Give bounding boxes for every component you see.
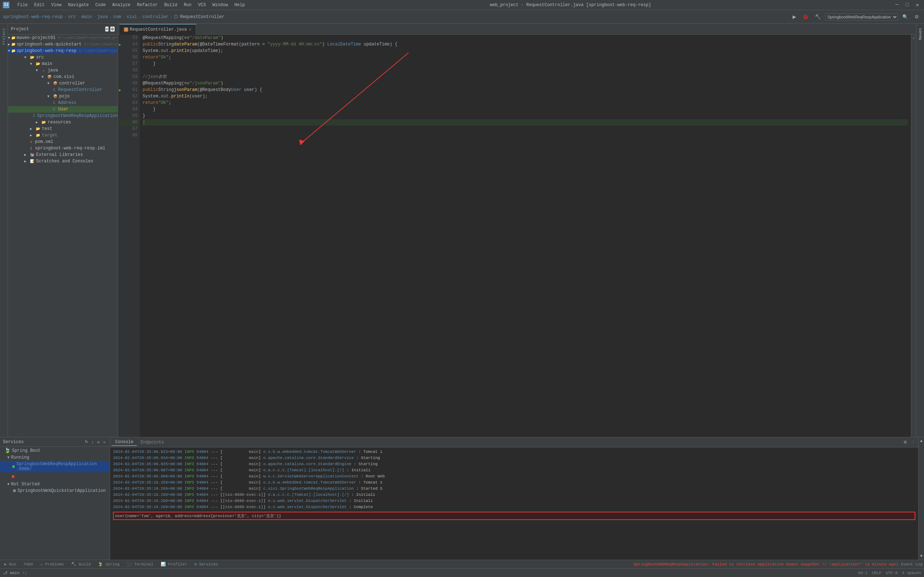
services-filter-button[interactable]: ≡ xyxy=(96,439,101,445)
breadcrumb-java[interactable]: java xyxy=(97,15,108,19)
tree-item-scratches[interactable]: ▶ 📝 Scratches and Consoles xyxy=(8,158,118,164)
scroll-up-button[interactable]: ▲ xyxy=(920,437,922,443)
settings-button[interactable]: ⚙ xyxy=(913,13,921,20)
tree-item-req-resp[interactable]: ▼ 📁 springboot-web-req-resp D:\code\Idea… xyxy=(8,48,118,54)
menu-window[interactable]: Window xyxy=(209,2,231,8)
menu-edit[interactable]: Edit xyxy=(31,2,48,8)
java-folder-icon: ☕ xyxy=(41,68,47,73)
menu-run[interactable]: Run xyxy=(181,2,195,8)
maximize-button[interactable]: □ xyxy=(903,1,911,9)
tree-item-spring-app[interactable]: C SpringbootWebReqRespApplication xyxy=(8,113,118,119)
menu-file[interactable]: File xyxy=(15,2,31,8)
svc-item-running[interactable]: ▼ Running xyxy=(0,454,110,461)
menu-build[interactable]: Build xyxy=(162,2,180,8)
expand-icon: ▶ xyxy=(34,119,40,125)
tab-close-button[interactable]: ✕ xyxy=(189,27,191,32)
bst-run[interactable]: ▶ Run xyxy=(2,561,19,567)
breadcrumb-file[interactable]: ⬡ RequestController xyxy=(174,14,225,19)
menu-view[interactable]: View xyxy=(48,2,65,8)
tree-item-pojo[interactable]: ▼ 📦 pojo xyxy=(8,93,118,100)
console-log-area[interactable]: 2024-02-04T20:35:09.923+08:00 INFO 54884… xyxy=(110,448,918,560)
close-button[interactable]: ✕ xyxy=(914,1,921,9)
tree-item-controller[interactable]: ▼ 📦 controller xyxy=(8,80,118,87)
tree-item-src[interactable]: ▼ 📂 src xyxy=(8,54,118,61)
svc-item-not-started[interactable]: ▼ Not Started xyxy=(0,481,110,487)
breadcrumb-com[interactable]: com xyxy=(113,15,121,19)
tree-item-target[interactable]: ▶ 📁 target xyxy=(8,132,118,139)
code-line-63: return "OK"; xyxy=(143,100,908,106)
tree-item-main[interactable]: ▼ 📂 main xyxy=(8,61,118,67)
breadcrumb-project[interactable]: springboot-web-req-resp xyxy=(3,15,63,19)
scroll-down-button[interactable]: ▼ xyxy=(920,554,922,560)
console-right-panel: ▲ ▼ xyxy=(918,437,924,560)
tree-item-iml[interactable]: i springboot-web-req-resp.iml xyxy=(8,145,118,152)
debug-button[interactable]: 🐞 xyxy=(801,13,811,20)
menu-navigate[interactable]: Navigate xyxy=(65,2,92,8)
run-config-select[interactable]: SpringbootWebReqRespApplication xyxy=(825,13,898,21)
console-more-button[interactable]: ⋮ xyxy=(910,439,917,445)
tree-item-com-xixi[interactable]: ▼ 📦 com.xixi xyxy=(8,74,118,80)
tree-item-quickstart[interactable]: ▶ 📁 springboot-web-quickstart D:\code\Id… xyxy=(8,41,118,48)
tree-item-resources[interactable]: ▶ 📂 resources xyxy=(8,119,118,126)
build-button[interactable]: 🔨 xyxy=(813,13,823,20)
minimize-button[interactable]: ─ xyxy=(893,1,901,9)
run-button[interactable]: ▶ xyxy=(790,13,798,20)
menu-vcs[interactable]: VCS xyxy=(195,2,209,8)
menu-analyze[interactable]: Analyze xyxy=(110,2,133,8)
bst-spring[interactable]: 🍃 Spring xyxy=(95,561,123,567)
svc-item-spring-boot[interactable]: 🍃 Spring Boot xyxy=(0,447,110,454)
log-line-1: 2024-02-04T20:35:09.934+08:00 INFO 54884… xyxy=(113,455,915,461)
tree-item-address[interactable]: C Address xyxy=(8,100,118,106)
git-branch[interactable]: ⎇ main xyxy=(3,571,19,575)
services-refresh-button[interactable]: ↻ xyxy=(83,439,90,445)
bst-profiler[interactable]: 📊 Profiler xyxy=(158,561,190,567)
bst-problems[interactable]: ⚠ Problems xyxy=(37,561,67,567)
project-settings-button[interactable]: ⚙ xyxy=(110,26,115,32)
breadcrumb-controller[interactable]: controller xyxy=(143,15,169,19)
vcs-icon: ↑↓ xyxy=(23,571,27,575)
tree-item-request-controller[interactable]: C RequestController xyxy=(8,87,118,93)
menu-help[interactable]: Help xyxy=(231,2,248,8)
services-add-button[interactable]: + xyxy=(102,439,107,445)
bst-services[interactable]: ⚙ Services xyxy=(191,561,221,567)
breadcrumb-main[interactable]: main xyxy=(82,15,92,19)
services-collapse-button[interactable]: ↕ xyxy=(90,439,95,445)
status-event-log[interactable]: Event Log xyxy=(901,562,922,567)
menu-refactor[interactable]: Refactor xyxy=(134,2,161,8)
console-tab-console[interactable]: Console xyxy=(111,439,137,446)
breadcrumb-xixi[interactable]: xixi xyxy=(127,15,137,19)
menu-code[interactable]: Code xyxy=(92,2,109,8)
bst-terminal[interactable]: ⬛ Terminal xyxy=(124,561,156,567)
tree-label: main xyxy=(42,61,52,66)
bst-todo[interactable]: TODO xyxy=(21,561,36,567)
console-tab-endpoints[interactable]: Endpoints xyxy=(137,439,168,446)
bst-build[interactable]: 🔨 Build xyxy=(68,561,94,567)
toolbar-right: ▶ 🐞 🔨 SpringbootWebReqRespApplication 🔍 … xyxy=(790,13,921,21)
tree-item-test[interactable]: ▶ 📂 test xyxy=(8,126,118,132)
package-icon: 📦 xyxy=(47,74,52,80)
bottom-panel: Services ↻ ↕ ≡ + 🍃 Spring Boot ▼ xyxy=(0,437,924,560)
project-vertical-tab[interactable]: Project xyxy=(1,25,7,48)
console-settings-button[interactable]: ⚙ xyxy=(902,439,908,445)
code-editor[interactable]: 53 ▶54 55 56 57 58 59 60 ▶61 62 63 64 65… xyxy=(118,35,916,437)
svc-item-quickstart-app[interactable]: SpringbootWebQuickstartApplication xyxy=(0,487,110,494)
editor-scrollbar[interactable]: ✓ xyxy=(911,35,916,437)
search-button[interactable]: 🔍 xyxy=(900,13,910,20)
collapse-all-button[interactable]: ≡ xyxy=(105,26,109,32)
tree-item-maven-project01[interactable]: ▼ 📁 maven-project01 D:\code\IdeaProjects… xyxy=(8,35,118,41)
maven-vertical-tab[interactable]: Maven xyxy=(918,25,923,43)
svc-item-springboot-app[interactable]: SpringbootWebReqRespApplication :8080/ xyxy=(0,461,110,472)
expand-icon: ▶ xyxy=(23,158,28,164)
tree-item-ext-libs[interactable]: ▶ 📚 External Libraries xyxy=(8,152,118,158)
content-area: Project Project ≡ ⚙ ▼ 📁 maven-project01 … xyxy=(0,24,924,437)
spring-boot-icon: 🍃 xyxy=(4,448,10,454)
tree-item-java[interactable]: ▼ ☕ java xyxy=(8,67,118,74)
gutter-line-67: 67 xyxy=(118,126,140,132)
code-content[interactable]: @RequestMapping(⊙∨"/dateParam") public S… xyxy=(140,35,911,437)
tree-item-user[interactable]: C User xyxy=(8,106,118,113)
editor-tab-request-controller[interactable]: J RequestController.java ✕ xyxy=(120,24,196,35)
breadcrumb-src[interactable]: src xyxy=(68,15,76,19)
tree-item-pom[interactable]: x pom.xml xyxy=(8,139,118,145)
tree-label: src xyxy=(36,55,44,60)
package-icon: 📦 xyxy=(52,81,58,86)
